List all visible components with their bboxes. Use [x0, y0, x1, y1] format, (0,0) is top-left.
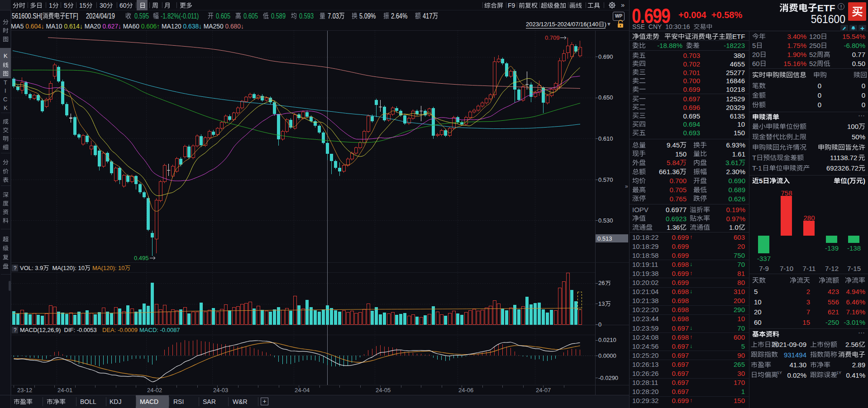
svg-text:561600.SH[: 561600.SH[	[12, 13, 43, 20]
svg-text:23-12: 23-12	[17, 387, 32, 394]
svg-text:5.09%: 5.09%	[359, 13, 376, 20]
svg-text:692326.72: 692326.72	[826, 165, 858, 172]
svg-text:0.605: 0.605	[216, 13, 230, 20]
svg-text:1.0: 1.0	[729, 224, 739, 231]
svg-text:24-07: 24-07	[536, 387, 551, 394]
svg-text:ETF: ETF	[817, 4, 835, 13]
svg-text:24-03: 24-03	[213, 387, 228, 394]
svg-text:24-05: 24-05	[376, 387, 391, 394]
svg-text:0.0000: 0.0000	[598, 352, 616, 359]
svg-text:0.610: 0.610	[598, 135, 613, 142]
svg-text:24-06: 24-06	[458, 387, 473, 394]
svg-text:DEA: -0.0009: DEA: -0.0009	[102, 327, 138, 333]
svg-text:3.61: 3.61	[725, 160, 739, 166]
svg-text:K: K	[4, 53, 8, 59]
svg-text:2024/04/19: 2024/04/19	[86, 13, 115, 20]
svg-text:MA(120): 10: MA(120): 10	[92, 265, 125, 271]
svg-text:26: 26	[598, 280, 605, 286]
svg-text:100: 100	[847, 123, 858, 130]
svg-text:0.593: 0.593	[299, 13, 314, 20]
svg-text:T-1: T-1	[752, 165, 762, 172]
svg-text:0.650: 0.650	[598, 94, 613, 101]
svg-text:661.36: 661.36	[659, 169, 680, 176]
svg-text:»: »	[625, 183, 628, 190]
svg-text:0: 0	[598, 321, 601, 328]
svg-text:1: 1	[49, 3, 52, 9]
svg-text:ETF: ETF	[732, 33, 745, 40]
svg-text:0.495: 0.495	[134, 255, 149, 261]
svg-text:ETF]: ETF]	[65, 13, 78, 20]
svg-text:T: T	[4, 80, 7, 86]
svg-text:0.570: 0.570	[598, 176, 613, 183]
svg-text:-0.0290: -0.0290	[598, 375, 618, 381]
svg-text:0.690: 0.690	[598, 53, 613, 60]
svg-text:5: 5	[64, 3, 67, 9]
svg-text:0.513: 0.513	[597, 235, 612, 242]
svg-text:7.03: 7.03	[328, 13, 339, 20]
svg-text:5: 5	[752, 43, 756, 49]
svg-text:0.595: 0.595	[134, 13, 149, 20]
svg-text:2023/12/15-2024/07/16(140: 2023/12/15-2024/07/16(140	[526, 22, 598, 28]
svg-text:SSE CNY 10:30:16: SSE CNY 10:30:16	[632, 24, 693, 30]
svg-text:5: 5	[759, 178, 763, 185]
svg-text:T: T	[752, 155, 756, 161]
svg-text:52: 52	[809, 52, 817, 58]
svg-text:24-04: 24-04	[295, 387, 310, 394]
svg-text:20: 20	[752, 52, 760, 58]
svg-text:250: 250	[809, 43, 820, 49]
svg-text:?: ?	[14, 327, 17, 333]
svg-text:-1.82%(-0.011): -1.82%(-0.011)	[161, 13, 199, 20]
svg-text:0.530: 0.530	[598, 217, 613, 224]
svg-text:24-01: 24-01	[57, 387, 72, 394]
svg-text:9.45: 9.45	[667, 142, 680, 149]
svg-text:15: 15	[79, 3, 86, 9]
svg-text:0.0210: 0.0210	[598, 337, 616, 343]
svg-text:417: 417	[423, 13, 432, 20]
svg-text:11138.72: 11138.72	[830, 155, 857, 161]
svg-text:): )	[863, 178, 865, 185]
svg-text:MACD: -0.0087: MACD: -0.0087	[139, 327, 180, 333]
svg-text:?: ?	[14, 265, 17, 271]
svg-text:MACD(12,26,9) DIF: -0.0053: MACD(12,26,9) DIF: -0.0053	[20, 327, 97, 333]
svg-text:I: I	[5, 88, 6, 94]
svg-text:0.709: 0.709	[545, 34, 560, 41]
svg-text:(: (	[847, 178, 849, 185]
svg-text:24-02: 24-02	[147, 387, 162, 394]
svg-text:VOL: 3.9: VOL: 3.9	[20, 265, 43, 271]
svg-text:1.36: 1.36	[667, 224, 680, 231]
svg-text:30: 30	[100, 3, 107, 9]
svg-text:): )	[605, 22, 606, 28]
svg-text:MA(120): 10: MA(120): 10	[49, 265, 85, 271]
svg-text:K: K	[4, 105, 8, 111]
svg-text:0.605: 0.605	[243, 13, 258, 20]
svg-text:2.64%: 2.64%	[391, 13, 407, 20]
svg-text:C: C	[3, 97, 7, 103]
svg-text:52: 52	[809, 61, 817, 67]
svg-text:120: 120	[809, 33, 820, 40]
svg-text:60: 60	[119, 3, 127, 9]
svg-text:13: 13	[598, 300, 605, 307]
svg-text:60: 60	[752, 61, 760, 67]
svg-text:5.84: 5.84	[667, 160, 680, 166]
svg-text:2.56: 2.56	[845, 342, 858, 348]
svg-text:0.589: 0.589	[271, 13, 286, 20]
